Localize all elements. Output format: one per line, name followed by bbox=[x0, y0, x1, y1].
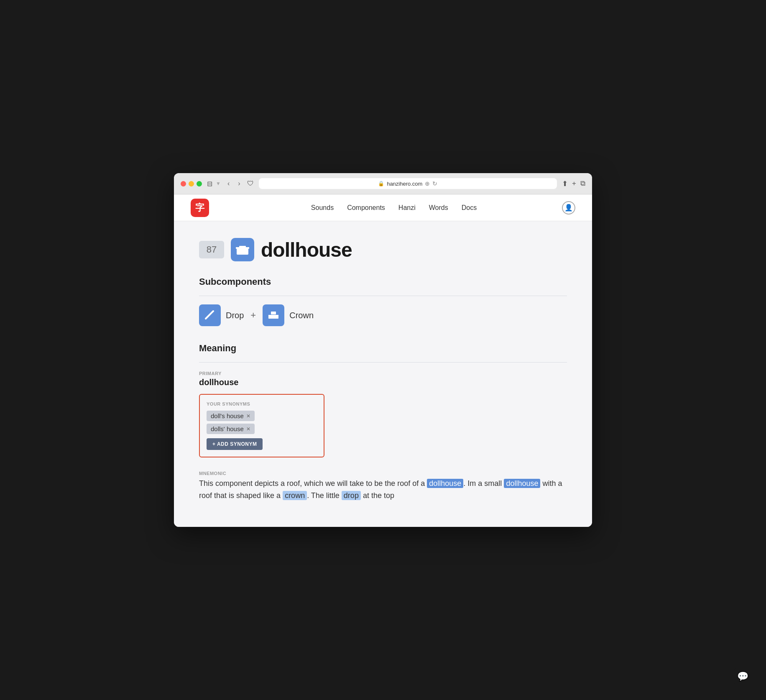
nav-words[interactable]: Words bbox=[429, 201, 448, 215]
component-icon bbox=[231, 238, 254, 261]
nav-hanzi[interactable]: Hanzi bbox=[398, 201, 416, 215]
synonym-text-1: dolls' house bbox=[211, 425, 244, 432]
subcomponents-heading: Subcomponents bbox=[199, 276, 567, 287]
highlight-dollhouse-2: dollhouse bbox=[504, 479, 540, 488]
subcomponent-drop[interactable]: Drop bbox=[199, 304, 244, 326]
back-button[interactable]: ‹ bbox=[226, 179, 231, 188]
chat-button[interactable]: 💬 bbox=[732, 666, 753, 687]
refresh-icon[interactable]: ↻ bbox=[432, 180, 437, 187]
synonym-tag-1: dolls' house ✕ bbox=[207, 424, 255, 434]
meaning-heading: Meaning bbox=[199, 343, 567, 354]
add-synonym-button[interactable]: + ADD SYNONYM bbox=[207, 438, 263, 450]
subcomponents-list: Drop + Crown bbox=[199, 304, 567, 326]
crown-symbol bbox=[267, 309, 280, 322]
mnemonic-section: MNEMONIC This component depicts a roof, … bbox=[199, 471, 567, 502]
svg-line-3 bbox=[206, 311, 213, 319]
nav-sounds[interactable]: Sounds bbox=[311, 201, 334, 215]
url-text: hanzihero.com bbox=[387, 181, 422, 187]
svg-rect-6 bbox=[271, 312, 276, 314]
logo: 字 bbox=[191, 199, 209, 217]
dollhouse-icon bbox=[235, 242, 250, 257]
nav-links: Sounds Components Hanzi Words Docs bbox=[226, 201, 562, 215]
component-number: 87 bbox=[199, 241, 224, 258]
translate-icon: ⊕ bbox=[425, 180, 430, 187]
drop-symbol bbox=[203, 309, 217, 322]
forward-button[interactable]: › bbox=[236, 179, 242, 188]
remove-synonym-0[interactable]: ✕ bbox=[246, 413, 250, 419]
browser-window: ⊟ ▼ ‹ › 🛡 🔒 hanzihero.com ⊕ ↻ ⬆ + ⧉ 字 So… bbox=[174, 173, 592, 527]
tabs-icon[interactable]: ⧉ bbox=[580, 179, 585, 188]
drop-label: Drop bbox=[226, 311, 244, 320]
chat-icon: 💬 bbox=[737, 671, 748, 682]
component-header: 87 dollhouse bbox=[199, 238, 567, 261]
traffic-lights bbox=[181, 181, 202, 186]
browser-controls: ⊟ ▼ bbox=[207, 180, 221, 188]
divider-meaning bbox=[199, 362, 567, 363]
site-nav: 字 Sounds Components Hanzi Words Docs 👤 bbox=[174, 194, 592, 221]
primary-meaning: dollhouse bbox=[199, 378, 567, 387]
remove-synonym-1[interactable]: ✕ bbox=[246, 426, 250, 432]
chevron-down-icon: ▼ bbox=[216, 181, 221, 186]
highlight-drop: drop bbox=[342, 491, 361, 500]
highlight-crown: crown bbox=[283, 491, 307, 500]
sidebar-icon[interactable]: ⊟ bbox=[207, 180, 212, 188]
address-bar[interactable]: 🔒 hanzihero.com ⊕ ↻ bbox=[259, 178, 557, 189]
mnemonic-text: This component depicts a roof, which we … bbox=[199, 478, 567, 502]
divider-subcomponents bbox=[199, 296, 567, 296]
meaning-section: PRIMARY dollhouse YOUR SYNONYMS doll's h… bbox=[199, 371, 567, 502]
maximize-button[interactable] bbox=[197, 181, 202, 186]
synonym-tags: doll's house ✕ dolls' house ✕ bbox=[207, 411, 317, 434]
lock-icon: 🔒 bbox=[378, 181, 384, 186]
browser-actions: ⬆ + ⧉ bbox=[562, 179, 585, 188]
nav-docs[interactable]: Docs bbox=[462, 201, 477, 215]
drop-icon bbox=[199, 304, 221, 326]
svg-rect-0 bbox=[237, 248, 248, 255]
svg-rect-2 bbox=[239, 246, 246, 248]
share-icon[interactable]: ⬆ bbox=[562, 179, 568, 188]
shield-icon: 🛡 bbox=[247, 180, 254, 187]
highlight-dollhouse-1: dollhouse bbox=[427, 479, 463, 488]
primary-label: PRIMARY bbox=[199, 371, 567, 376]
synonyms-title: YOUR SYNONYMS bbox=[207, 401, 317, 406]
component-title: dollhouse bbox=[261, 238, 352, 261]
new-tab-icon[interactable]: + bbox=[572, 179, 576, 188]
synonyms-box: YOUR SYNONYMS doll's house ✕ dolls' hous… bbox=[199, 394, 324, 457]
browser-chrome: ⊟ ▼ ‹ › 🛡 🔒 hanzihero.com ⊕ ↻ ⬆ + ⧉ bbox=[174, 173, 592, 194]
minimize-button[interactable] bbox=[189, 181, 194, 186]
crown-icon bbox=[263, 304, 284, 326]
crown-label: Crown bbox=[289, 311, 314, 320]
main-content: 87 dollhouse Subcomponents bbox=[174, 221, 592, 527]
close-button[interactable] bbox=[181, 181, 186, 186]
synonym-text-0: doll's house bbox=[211, 412, 244, 419]
mnemonic-label: MNEMONIC bbox=[199, 471, 567, 476]
subcomponent-crown[interactable]: Crown bbox=[263, 304, 314, 326]
user-icon[interactable]: 👤 bbox=[562, 201, 575, 215]
plus-separator: + bbox=[250, 310, 256, 321]
nav-components[interactable]: Components bbox=[347, 201, 385, 215]
logo-container[interactable]: 字 bbox=[191, 199, 209, 217]
synonym-tag-0: doll's house ✕ bbox=[207, 411, 255, 421]
